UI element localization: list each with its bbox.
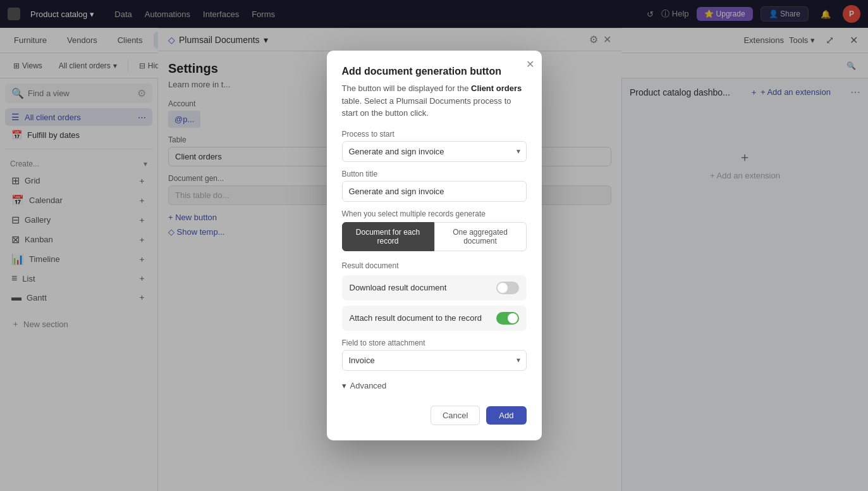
advanced-chevron-icon: ▾ — [342, 381, 346, 390]
multi-btn-each[interactable]: Document for each record — [342, 222, 434, 251]
toggle-attach-row: Attach result document to the record — [342, 306, 527, 331]
modal-close-button[interactable]: ✕ — [526, 58, 534, 70]
toggle-download-switch[interactable] — [496, 282, 519, 294]
process-select[interactable]: Generate and sign invoice — [342, 141, 527, 162]
advanced-label: Advanced — [350, 381, 387, 390]
cancel-button[interactable]: Cancel — [431, 406, 480, 425]
multi-select-section: When you select multiple records generat… — [342, 209, 527, 251]
add-button[interactable]: Add — [486, 406, 526, 425]
multi-btn-group: Document for each record One aggregated … — [342, 222, 527, 251]
toggle-download-row: Download result document — [342, 275, 527, 301]
toggle-download-knob — [498, 283, 508, 293]
button-title-label: Button title — [342, 170, 527, 178]
toggle-attach-label: Attach result document to the record — [350, 313, 482, 323]
modal-table-name: Client orders — [471, 84, 522, 93]
modal-overlay: ✕ Add document generation button The but… — [0, 0, 868, 491]
field-store-select-wrap: Invoice ▾ — [342, 350, 527, 371]
modal-description: The button will be displayed for the Cli… — [342, 82, 527, 120]
field-store-label: Field to store attachment — [342, 339, 527, 347]
process-select-wrap: Generate and sign invoice ▾ — [342, 141, 527, 162]
result-doc-section: Result document Download result document… — [342, 261, 527, 331]
toggle-attach-switch[interactable] — [496, 312, 519, 325]
button-title-input[interactable] — [342, 181, 527, 202]
result-doc-label: Result document — [342, 261, 527, 270]
toggle-download-label: Download result document — [350, 283, 447, 292]
multi-select-label: When you select multiple records generat… — [342, 209, 527, 218]
modal-footer: Cancel Add — [342, 406, 527, 425]
field-store-select[interactable]: Invoice — [342, 350, 527, 371]
add-doc-gen-modal: ✕ Add document generation button The but… — [327, 51, 542, 440]
process-label: Process to start — [342, 130, 527, 139]
multi-btn-aggregated[interactable]: One aggregated document — [434, 222, 527, 251]
modal-title: Add document generation button — [342, 66, 527, 77]
advanced-row[interactable]: ▾ Advanced — [342, 378, 527, 393]
toggle-attach-knob — [508, 313, 518, 323]
